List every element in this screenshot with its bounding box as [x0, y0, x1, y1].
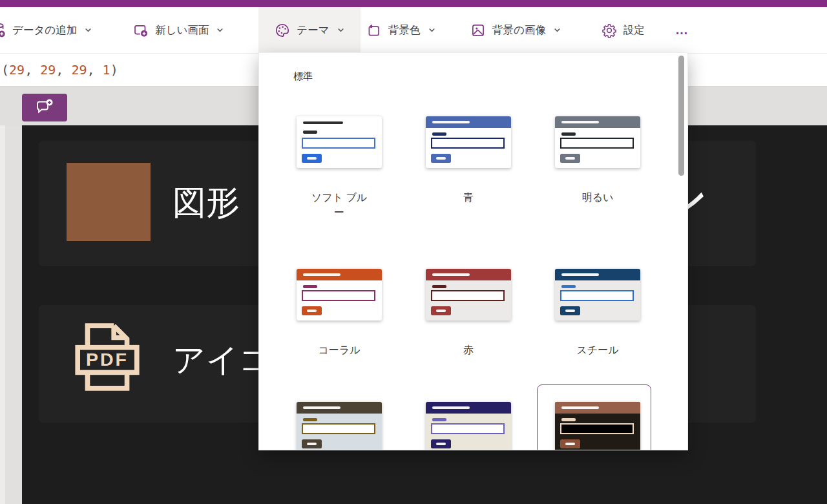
theme-card-赤[interactable]	[426, 269, 511, 320]
theme-card-スチール[interactable]	[555, 269, 640, 320]
theme-card-row3-col1[interactable]	[297, 402, 382, 450]
add-data-button[interactable]: データの追加	[0, 7, 92, 53]
theme-card-明るい[interactable]	[555, 116, 640, 168]
ellipsis-icon: …	[675, 23, 688, 37]
theme-card-label: ソフト ブルー	[281, 190, 397, 220]
theme-card-label: 赤	[410, 342, 527, 357]
formula-expression: (29, 29, 29, 1)	[0, 62, 118, 78]
settings-button[interactable]: 設定	[601, 7, 645, 53]
pdf-file-icon[interactable]: PDF	[74, 321, 141, 395]
icon-row-label: アイコ	[173, 339, 272, 382]
background-color-icon	[366, 22, 382, 39]
comment-add-icon	[34, 98, 56, 118]
new-screen-button[interactable]: 新しい画面	[132, 7, 224, 53]
background-image-button[interactable]: 背景の画像	[470, 7, 561, 53]
theme-card-label: スチール	[539, 342, 656, 357]
toolbar: データの追加 新しい画面 テーマ 背景色	[0, 7, 827, 54]
settings-label: 設定	[623, 23, 645, 37]
gear-icon	[601, 22, 618, 39]
theme-card-コーラル[interactable]	[297, 269, 382, 320]
theme-card-label: 明るい	[539, 190, 656, 205]
theme-dropdown-panel: 標準 ソフト ブルー青明るいコーラル赤スチール	[258, 52, 688, 450]
chevron-down-icon	[553, 26, 561, 34]
new-screen-label: 新しい画面	[155, 23, 209, 37]
add-data-icon	[0, 22, 6, 39]
theme-label: テーマ	[297, 23, 329, 37]
add-comment-button[interactable]	[22, 94, 67, 121]
theme-card-row3-col3[interactable]	[555, 402, 640, 450]
theme-section-label: 標準	[293, 70, 313, 83]
background-color-button[interactable]: 背景色	[366, 7, 436, 53]
shape-row-label: 図形	[173, 180, 240, 226]
add-data-label: データの追加	[12, 23, 77, 37]
new-screen-icon	[132, 22, 149, 39]
theme-palette-icon	[274, 22, 291, 39]
theme-card-ソフト ブルー[interactable]	[297, 116, 382, 168]
canvas-left-gutter	[0, 125, 22, 504]
shape-rectangle[interactable]	[67, 163, 151, 241]
chevron-down-icon	[84, 26, 92, 34]
chevron-down-icon	[428, 26, 436, 34]
background-image-icon	[470, 22, 487, 39]
theme-card-label: 青	[410, 190, 527, 205]
background-image-label: 背景の画像	[492, 23, 546, 37]
theme-card-row3-col2[interactable]	[426, 402, 511, 450]
background-color-label: 背景色	[388, 23, 421, 37]
theme-button[interactable]: テーマ	[258, 7, 361, 53]
more-commands-button[interactable]: …	[675, 7, 688, 53]
dropdown-scrollbar-thumb[interactable]	[678, 56, 684, 176]
chevron-down-icon	[216, 26, 224, 34]
app-titlebar	[0, 0, 827, 7]
theme-card-label: コーラル	[281, 342, 397, 357]
theme-card-青[interactable]	[426, 116, 511, 168]
pdf-badge-text: PDF	[86, 349, 129, 370]
chevron-down-icon	[337, 26, 345, 34]
